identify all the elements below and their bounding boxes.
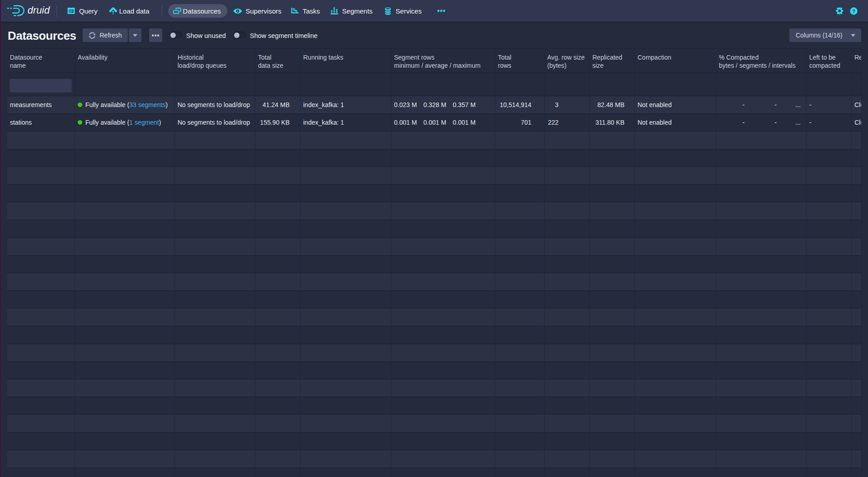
svg-text:?: ? (852, 8, 855, 14)
